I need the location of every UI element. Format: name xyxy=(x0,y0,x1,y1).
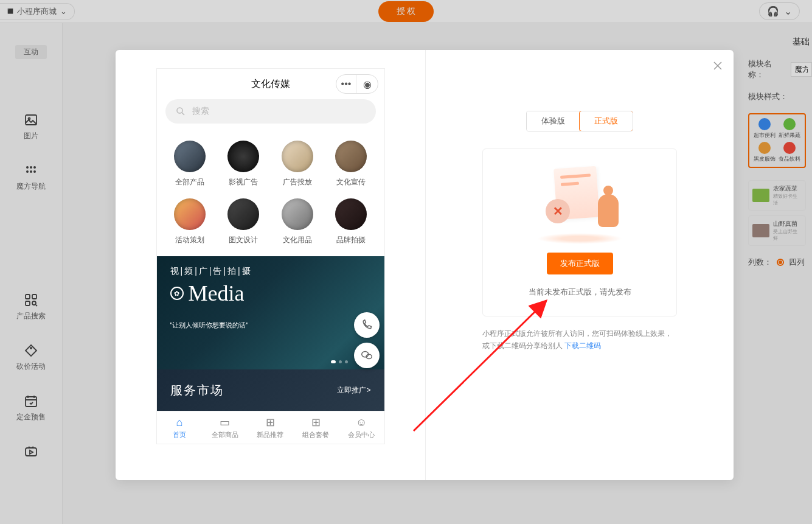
service-link: 立即推广> xyxy=(337,385,370,396)
wechat-icon xyxy=(360,349,373,362)
more-icon[interactable]: ••• xyxy=(336,75,357,93)
category-item[interactable]: 影视广告 xyxy=(217,141,271,187)
category-item[interactable]: 广告投放 xyxy=(271,141,325,187)
search-placeholder: 搜索 xyxy=(192,106,209,117)
banner[interactable]: 视|频|广|告|拍|摄 ✿ Media "让别人倾听你想要说的话" xyxy=(157,256,384,369)
publish-hint: 当前未发布正式版，请先发布 xyxy=(529,287,631,298)
preview-column: 文化传媒 ••• ◉ 搜索 全部产品 影视广告 广告投放 文化宣传 活动策划 图… xyxy=(116,50,426,480)
error-circle-icon: ✕ xyxy=(546,199,570,223)
grid-icon: ⊞ xyxy=(266,416,275,429)
tab-bundle[interactable]: ⊞组合套餐 xyxy=(293,411,339,444)
user-icon: ☺ xyxy=(356,416,367,429)
phone-menu: ••• ◉ xyxy=(336,74,378,94)
empty-illustration: ✕ xyxy=(537,167,622,240)
publish-column: 体验版 正式版 ✕ 发布正式版 当前未发布正式版，请先发布 小程序正式版允许被所… xyxy=(426,50,734,480)
publish-card: ✕ 发布正式版 当前未发布正式版，请先发布 xyxy=(482,148,677,316)
publish-official-button[interactable]: 发布正式版 xyxy=(547,253,613,274)
category-item[interactable]: 品牌拍摄 xyxy=(324,198,378,245)
category-item[interactable]: 活动策划 xyxy=(163,198,217,245)
banner-title: ✿ Media xyxy=(170,281,371,306)
wallet-icon: ▭ xyxy=(220,416,230,429)
tab-official-version[interactable]: 正式版 xyxy=(579,111,633,131)
category-item[interactable]: 图文设计 xyxy=(217,198,271,245)
download-qr-link[interactable]: 下载二维码 xyxy=(564,341,601,350)
tab-new[interactable]: ⊞新品推荐 xyxy=(248,411,293,444)
film-reel-icon: ✿ xyxy=(170,287,184,300)
search-bar[interactable]: 搜索 xyxy=(165,99,376,124)
tab-home[interactable]: ⌂首页 xyxy=(157,411,203,444)
category-grid: 全部产品 影视广告 广告投放 文化宣传 活动策划 图文设计 文化用品 品牌拍摄 xyxy=(157,132,384,256)
phone-header: 文化传媒 ••• ◉ xyxy=(157,69,384,99)
carousel-dots xyxy=(331,360,348,363)
target-icon[interactable]: ◉ xyxy=(357,75,378,93)
tab-member[interactable]: ☺会员中心 xyxy=(339,411,384,444)
phone-preview: 文化传媒 ••• ◉ 搜索 全部产品 影视广告 广告投放 文化宣传 活动策划 图… xyxy=(156,68,385,444)
publish-modal: 文化传媒 ••• ◉ 搜索 全部产品 影视广告 广告投放 文化宣传 活动策划 图… xyxy=(116,50,734,480)
search-icon xyxy=(175,106,186,117)
service-bar[interactable]: 服务市场 立即推广> xyxy=(157,369,384,411)
category-item[interactable]: 文化宣传 xyxy=(324,141,378,187)
category-item[interactable]: 文化用品 xyxy=(271,198,325,245)
home-icon: ⌂ xyxy=(176,416,182,429)
version-tabs: 体验版 正式版 xyxy=(526,111,633,131)
banner-subtitle: "让别人倾听你想要说的话" xyxy=(170,321,371,330)
phone-float-button[interactable] xyxy=(354,312,380,338)
tab-all-products[interactable]: ▭全部商品 xyxy=(202,411,248,444)
phone-title: 文化传媒 xyxy=(251,78,290,91)
publish-description: 小程序正式版允许被所有人访问，您可扫码体验线上效果，或下载二维码分享给别人 下载… xyxy=(482,327,677,352)
service-title: 服务市场 xyxy=(170,382,224,399)
category-item[interactable]: 全部产品 xyxy=(163,141,217,187)
tab-trial-version[interactable]: 体验版 xyxy=(527,111,580,131)
tab-bar: ⌂首页 ▭全部商品 ⊞新品推荐 ⊞组合套餐 ☺会员中心 xyxy=(157,411,384,444)
wechat-float-button[interactable] xyxy=(354,343,380,368)
svg-point-15 xyxy=(177,108,182,113)
grid-icon: ⊞ xyxy=(311,416,321,429)
banner-overline: 视|频|广|告|拍|摄 xyxy=(170,266,371,277)
phone-icon xyxy=(361,319,373,331)
